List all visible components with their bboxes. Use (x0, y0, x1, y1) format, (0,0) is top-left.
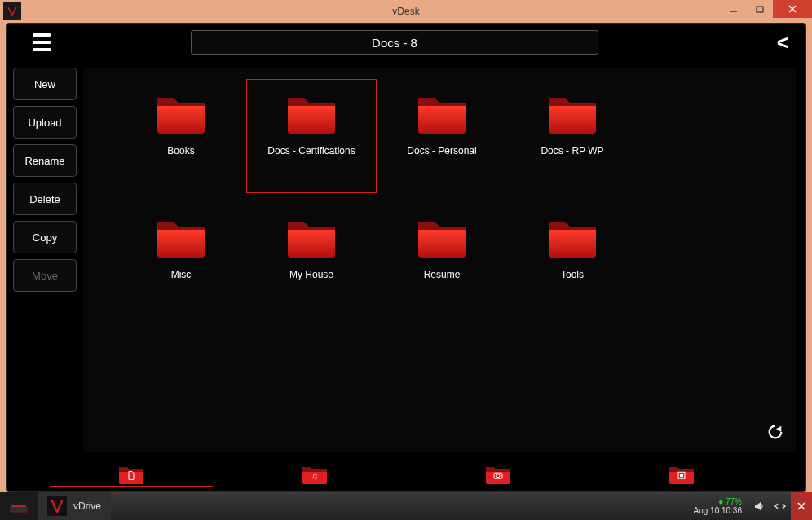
folder-label: Docs - Personal (407, 145, 476, 156)
folder-item[interactable]: Books (116, 79, 246, 193)
folder-icon (544, 90, 601, 139)
folder-grid: BooksDocs - CertificationsDocs - Persona… (116, 79, 763, 317)
maximize-button[interactable] (747, 0, 773, 18)
path-display[interactable]: Docs - 8 (191, 30, 598, 55)
tab-video[interactable] (600, 463, 763, 487)
folder-item[interactable]: Docs - RP WP (507, 79, 638, 193)
folder-label: Docs - RP WP (541, 145, 603, 156)
folder-icon (152, 90, 210, 139)
action-move-button: Move (13, 259, 77, 292)
folder-label: Books (167, 145, 194, 156)
refresh-icon[interactable] (766, 423, 784, 444)
taskbar-app-label: vDrive (73, 500, 101, 512)
folder-icon (544, 214, 601, 262)
camera-icon (493, 471, 503, 481)
folder-item[interactable]: My House (246, 203, 377, 317)
folder-label: Misc (171, 269, 192, 280)
music-icon: ♫ (311, 471, 317, 481)
folder-item[interactable]: Docs - Personal (377, 79, 507, 193)
action-new-button[interactable]: New (13, 68, 77, 100)
tab-music[interactable]: ♫ (233, 463, 396, 487)
battery-pct: ● 77% (718, 497, 742, 506)
document-icon (127, 470, 135, 482)
tab-camera[interactable] (417, 463, 580, 487)
window-title: vDesk (392, 6, 419, 17)
folder-item[interactable]: Tools (507, 203, 638, 317)
app-window: Docs - 8 < NewUploadRenameDeleteCopyMove… (6, 23, 806, 492)
action-sidebar: NewUploadRenameDeleteCopyMove (7, 61, 83, 459)
action-upload-button[interactable]: Upload (13, 106, 77, 139)
folder-item[interactable]: Misc (116, 203, 246, 317)
back-chevron-icon[interactable]: < (777, 30, 789, 55)
action-rename-button[interactable]: Rename (13, 144, 77, 177)
folder-label: Tools (561, 269, 584, 280)
tab-folder-icon (483, 464, 513, 485)
svg-rect-1 (757, 7, 763, 12)
tab-folder-icon: ♫ (300, 464, 329, 485)
main-body: NewUploadRenameDeleteCopyMove BooksDocs … (7, 61, 805, 459)
folder-label: Docs - Certifications (267, 145, 355, 156)
start-button[interactable] (0, 492, 38, 520)
app-icon (3, 2, 21, 20)
folder-icon (413, 214, 470, 262)
tab-folder-icon (117, 464, 146, 485)
content-area: BooksDocs - CertificationsDocs - Persona… (83, 68, 796, 452)
folder-item[interactable]: Docs - Certifications (246, 79, 377, 193)
svg-rect-7 (680, 474, 683, 477)
taskbar-close-button[interactable] (791, 492, 812, 520)
minimize-button[interactable] (721, 0, 747, 18)
folder-icon (413, 90, 470, 139)
os-titlebar: vDesk (0, 0, 812, 23)
menu-icon[interactable] (33, 30, 57, 55)
folder-icon (152, 214, 210, 262)
tab-folder-icon (667, 464, 696, 485)
taskbar: vDrive ● 77% Aug 10 10:36 (0, 492, 812, 520)
tab-document[interactable] (50, 463, 213, 487)
datetime: Aug 10 10:36 (694, 506, 743, 515)
battery-status: ● 77% Aug 10 10:36 (694, 497, 749, 515)
taskbar-tray: ● 77% Aug 10 10:36 (694, 492, 813, 520)
bottom-tabs: ♫ (7, 459, 805, 491)
top-bar: Docs - 8 < (7, 24, 805, 61)
action-delete-button[interactable]: Delete (13, 183, 77, 215)
action-copy-button[interactable]: Copy (13, 221, 77, 253)
folder-label: Resume (424, 269, 461, 280)
expand-icon[interactable] (770, 492, 791, 520)
video-icon (677, 471, 686, 481)
close-button[interactable] (773, 0, 812, 18)
folder-label: My House (289, 269, 333, 280)
app-v-icon (47, 496, 67, 516)
folder-icon (283, 90, 340, 139)
folder-item[interactable]: Resume (377, 203, 507, 317)
svg-rect-9 (10, 507, 28, 512)
svg-point-5 (496, 474, 500, 477)
taskbar-app-vdrive[interactable]: vDrive (38, 492, 111, 520)
volume-icon[interactable] (748, 492, 770, 520)
folder-icon (283, 214, 340, 262)
window-controls (721, 0, 812, 18)
